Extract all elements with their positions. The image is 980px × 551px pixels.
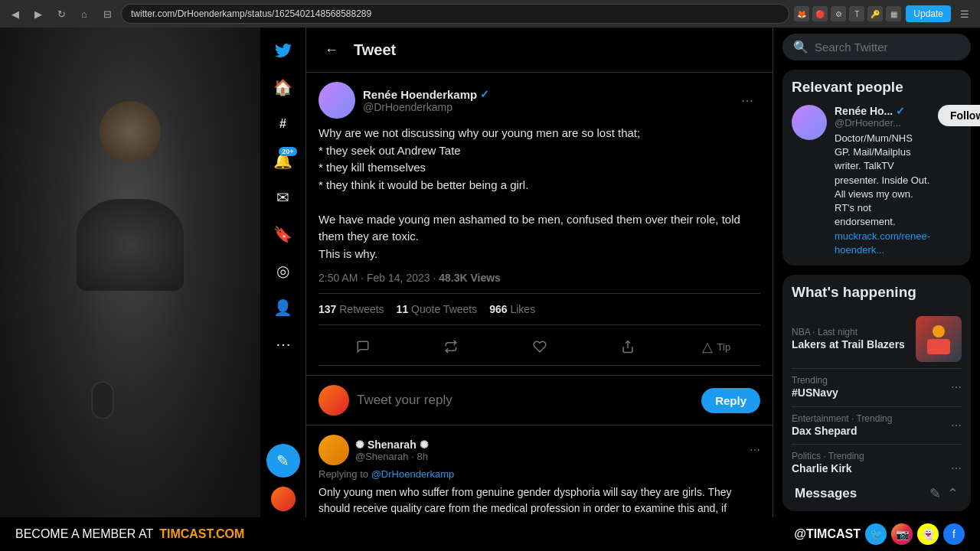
bottom-right-social: @TIMCAST 🐦 📷 👻 f bbox=[794, 523, 965, 545]
tweet-author-row: Renée Hoenderkamp ✓ @DrHoenderkamp ⋯ bbox=[318, 82, 760, 119]
happening-nba-title: Lakers at Trail Blazers bbox=[792, 337, 910, 351]
happening-item-dax[interactable]: Entertainment · Trending Dax Shepard ⋯ bbox=[792, 407, 962, 445]
happening-charlie-category: Politics · Trending bbox=[792, 451, 945, 461]
happening-charlie-more[interactable]: ⋯ bbox=[951, 462, 962, 474]
back-button[interactable]: ← bbox=[318, 37, 345, 63]
quote-tweets-stat[interactable]: 11 Quote Tweets bbox=[397, 303, 478, 315]
refresh-button[interactable]: ↻ bbox=[52, 5, 70, 23]
happening-dax-title: Dax Shepard bbox=[792, 424, 945, 438]
tweet-author-handle[interactable]: @DrHoenderkamp bbox=[363, 101, 727, 113]
relevant-people-title: Relevant people bbox=[792, 79, 962, 96]
tweet-stats: 137 Retweets 11 Quote Tweets 966 Likes bbox=[318, 293, 760, 325]
messages-widget: Messages ✎ ⌃ bbox=[782, 476, 971, 511]
relevant-person-link[interactable]: muckrack.com/renee-hoenderk... bbox=[835, 230, 930, 256]
happening-dax-more[interactable]: ⋯ bbox=[951, 419, 962, 432]
likes-stat[interactable]: 966 Likes bbox=[489, 303, 535, 315]
video-stream bbox=[0, 28, 260, 517]
comment-item: ✺ Shenarah ✺ @Shenarah · 8h ⋯ Replying t… bbox=[306, 425, 773, 517]
follow-button[interactable]: Follow bbox=[938, 105, 980, 126]
happening-item-usnavy[interactable]: Trending #USNavy ⋯ bbox=[792, 369, 962, 406]
relevant-person-info: Renée Ho... ✓ @DrHoender... Doctor/Mum/N… bbox=[835, 105, 930, 256]
happening-dax-category: Entertainment · Trending bbox=[792, 413, 945, 424]
whats-happening-title: What's happening bbox=[792, 284, 962, 301]
messages-icon-group: ✎ ⌃ bbox=[929, 485, 959, 502]
comment-avatar[interactable] bbox=[318, 435, 349, 465]
timcast-handle: @TIMCAST bbox=[794, 527, 861, 541]
happening-nba-category: NBA · Last night bbox=[792, 327, 910, 337]
url-bar[interactable]: twitter.com/DrHoenderkamp/status/1625402… bbox=[121, 4, 789, 24]
sidebar-item-more[interactable]: ⋯ bbox=[266, 328, 300, 361]
happening-usnavy-info: Trending #USNavy bbox=[792, 375, 945, 399]
retweets-stat[interactable]: 137 Retweets bbox=[318, 303, 384, 315]
right-panel: 🔍 Relevant people Renée Ho... ✓ @DrHoend… bbox=[773, 28, 980, 517]
sidebar-item-messages[interactable]: ✉ bbox=[266, 181, 300, 214]
extension-icon-4: T bbox=[849, 6, 864, 21]
forward-button[interactable]: ▶ bbox=[29, 5, 47, 23]
browser-toolbar-icons: 🦊 🔴 ⚙ T 🔑 ▦ bbox=[794, 6, 901, 21]
extension-icon-5: 🔑 bbox=[867, 6, 883, 21]
update-button[interactable]: Update bbox=[906, 5, 951, 22]
happening-usnavy-category: Trending bbox=[792, 375, 945, 386]
snapchat-social-icon[interactable]: 👻 bbox=[917, 523, 939, 545]
relevant-person-name: Renée Ho... ✓ bbox=[835, 105, 930, 117]
sidebar-item-twitter-logo[interactable] bbox=[266, 34, 300, 67]
sidebar-item-communities[interactable]: ◎ bbox=[266, 254, 300, 288]
facebook-social-icon[interactable]: f bbox=[943, 523, 965, 545]
extension-icon-3: ⚙ bbox=[831, 6, 846, 21]
sidebar-item-bookmarks[interactable]: 🔖 bbox=[266, 217, 300, 251]
sidebar-item-profile[interactable]: 👤 bbox=[266, 291, 300, 324]
main-tweet: Renée Hoenderkamp ✓ @DrHoenderkamp ⋯ Why… bbox=[306, 73, 773, 376]
url-text: twitter.com/DrHoenderkamp/status/1625402… bbox=[131, 8, 371, 19]
reply-input[interactable] bbox=[357, 393, 694, 408]
comment-more-button[interactable]: ⋯ bbox=[750, 444, 760, 456]
relevant-person-handle[interactable]: @DrHoender... bbox=[835, 117, 930, 129]
messages-compose-icon[interactable]: ✎ bbox=[929, 485, 941, 502]
retweet-action-button[interactable] bbox=[407, 331, 495, 362]
tweet-page-header: ← Tweet bbox=[306, 28, 773, 73]
back-button[interactable]: ◀ bbox=[6, 5, 24, 23]
like-action-button[interactable] bbox=[495, 331, 583, 362]
bottom-bar: BECOME A MEMBER AT TIMCAST.COM @TIMCAST … bbox=[0, 517, 980, 551]
reply-composer: Reply bbox=[306, 376, 773, 425]
tweet-author-name: Renée Hoenderkamp ✓ bbox=[363, 88, 727, 101]
twitter-social-icon[interactable]: 🐦 bbox=[865, 523, 887, 545]
search-input[interactable] bbox=[815, 41, 960, 54]
sidebar-item-explore[interactable]: # bbox=[266, 107, 300, 141]
messages-expand-icon[interactable]: ⌃ bbox=[947, 485, 959, 502]
home-button[interactable]: ⌂ bbox=[75, 5, 93, 23]
instagram-social-icon[interactable]: 📷 bbox=[891, 523, 913, 545]
happening-usnavy-more[interactable]: ⋯ bbox=[951, 381, 962, 393]
sidebar-user-avatar[interactable] bbox=[271, 487, 296, 511]
share-action-button[interactable] bbox=[583, 331, 671, 362]
sidebar-item-notifications[interactable]: 🔔 20+ bbox=[266, 144, 300, 178]
reply-action-button[interactable] bbox=[318, 331, 407, 362]
happening-nba-image bbox=[916, 316, 962, 362]
browser-chrome: ◀ ▶ ↻ ⌂ ⊟ twitter.com/DrHoenderkamp/stat… bbox=[0, 0, 980, 28]
relevant-person-avatar[interactable] bbox=[792, 105, 827, 140]
happening-item-nba[interactable]: NBA · Last night Lakers at Trail Blazers bbox=[792, 310, 962, 369]
happening-usnavy-title: #USNavy bbox=[792, 386, 945, 399]
sidebar-item-compose[interactable]: ✎ bbox=[266, 444, 300, 478]
sidebar-item-home[interactable]: 🏠 bbox=[266, 70, 300, 104]
relevant-person-item: Renée Ho... ✓ @DrHoender... Doctor/Mum/N… bbox=[792, 105, 962, 256]
bottom-left-branding: BECOME A MEMBER AT TIMCAST.COM bbox=[15, 527, 244, 541]
verified-badge: ✓ bbox=[480, 88, 489, 100]
page-title: Tweet bbox=[354, 41, 396, 59]
person-video bbox=[0, 28, 260, 517]
comment-author-row: ✺ Shenarah ✺ @Shenarah · 8h ⋯ bbox=[318, 435, 760, 465]
tweet-metadata: 2:50 AM · Feb 14, 2023 · 48.3K Views bbox=[318, 272, 760, 284]
replying-to-link[interactable]: @DrHoenderkamp bbox=[371, 468, 455, 480]
relevant-person-bio: Doctor/Mum/NHS GP. Mail/Mailplus writer.… bbox=[835, 132, 930, 229]
search-bar[interactable]: 🔍 bbox=[782, 34, 971, 60]
tweet-author-avatar[interactable] bbox=[318, 82, 355, 119]
tip-action-button[interactable]: △ Tip bbox=[672, 331, 760, 362]
search-icon: 🔍 bbox=[793, 40, 808, 54]
tweet-more-button[interactable]: ⋯ bbox=[734, 87, 760, 113]
bookmark-button[interactable]: ⊟ bbox=[98, 5, 116, 23]
reply-submit-button[interactable]: Reply bbox=[701, 388, 760, 413]
tweet-author-info: Renée Hoenderkamp ✓ @DrHoenderkamp bbox=[363, 88, 727, 113]
comment-author-info: ✺ Shenarah ✺ @Shenarah · 8h bbox=[355, 439, 429, 462]
comment-author-handle: @Shenarah · 8h bbox=[355, 451, 429, 462]
relevant-person-verified: ✓ bbox=[896, 105, 905, 117]
menu-button[interactable]: ☰ bbox=[956, 5, 974, 23]
